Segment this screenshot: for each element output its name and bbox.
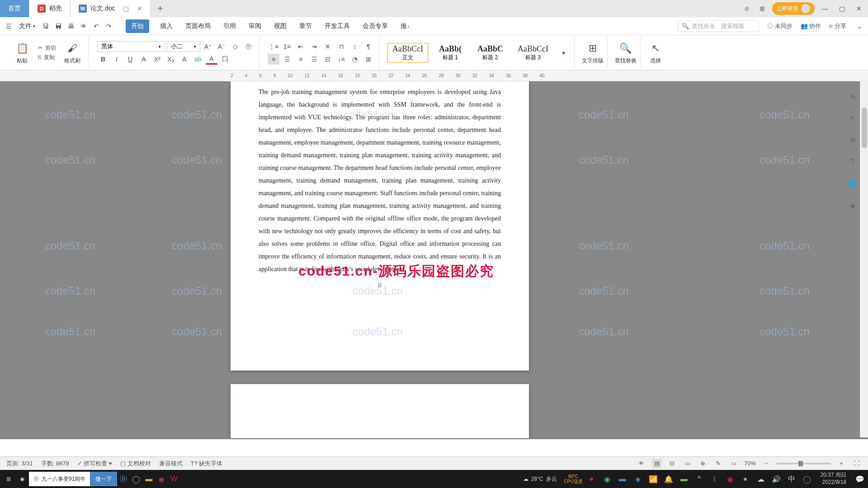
browser-icon[interactable]: ◯ [130, 473, 142, 485]
word-count[interactable]: 字数: 9878 [41, 460, 69, 468]
text-layout-icon[interactable]: ⊞ [585, 41, 600, 56]
tray-icon-3[interactable]: ▬ [616, 473, 629, 485]
vertical-scrollbar[interactable] [860, 80, 868, 437]
menu-tab-start[interactable]: 开始 [126, 19, 149, 33]
clock[interactable]: 20:37 周日 2022/9/18 [816, 472, 851, 486]
find-replace-icon[interactable]: 🔍 [618, 41, 633, 56]
paste-icon[interactable]: 📋 [14, 41, 30, 56]
reading-view-icon[interactable]: ▭ [683, 459, 693, 469]
tray-icon-9[interactable]: ◯ [801, 473, 813, 485]
maximize-button[interactable]: ▢ [836, 3, 847, 14]
increase-font-icon[interactable]: A⁺ [202, 41, 214, 52]
print-icon[interactable]: 🖶 [66, 21, 76, 31]
text-effects-button[interactable]: A [179, 54, 190, 65]
tray-expand-icon[interactable]: ^ [693, 473, 706, 485]
help-tool-icon[interactable]: ? [846, 155, 859, 168]
fit-width-icon[interactable]: ▭ [729, 459, 739, 469]
volume-icon[interactable]: 🔊 [770, 473, 783, 485]
tab-add-button[interactable]: + [151, 4, 169, 14]
cursor-tool-icon[interactable]: ↖ [846, 112, 859, 125]
highlight-button[interactable]: ab [192, 54, 204, 65]
increase-indent-button[interactable]: ⇥ [308, 41, 320, 52]
apps-icon[interactable]: ⊞ [757, 3, 768, 14]
tray-icon-2[interactable]: ◉ [601, 473, 613, 485]
edit-mode-icon[interactable]: ✎ [713, 459, 723, 469]
copy-button[interactable]: ⎘ 复制 [38, 54, 56, 61]
distribute-button[interactable]: ⊟ [322, 54, 334, 65]
print-preview-icon[interactable]: 👁 [79, 21, 89, 31]
page-indicator[interactable]: 页面: 3/31 [6, 460, 33, 468]
weather-widget[interactable]: ☁ 28°C 多云 [519, 470, 561, 488]
window-mode-icon[interactable]: ⎚ [741, 3, 752, 14]
menu-tab-member[interactable]: 会员专享 [361, 19, 390, 33]
minimize-button[interactable]: — [819, 3, 830, 14]
numbering-button[interactable]: 1≡ [281, 41, 293, 52]
underline-button[interactable]: U [124, 54, 136, 65]
save-as-icon[interactable]: 🖬 [53, 21, 63, 31]
eye-icon[interactable]: 👁 [637, 459, 646, 469]
zoom-thumb[interactable] [798, 461, 803, 466]
style-heading1[interactable]: AaBb( 标题 1 [433, 43, 468, 63]
zoom-level[interactable]: 70% [744, 460, 756, 467]
select-icon[interactable]: ↖ [648, 41, 663, 56]
command-search[interactable]: 🔍 查找命令、搜索模板 [678, 20, 759, 32]
close-button[interactable]: ✕ [854, 3, 864, 14]
tab-stop-button[interactable]: ⊓ [335, 41, 347, 52]
menu-tab-layout[interactable]: 页面布局 [184, 19, 212, 33]
ime-icon[interactable]: 中 [785, 473, 798, 485]
document-page[interactable]: The pre-job training management system f… [231, 81, 529, 371]
missing-font-button[interactable]: T? 缺失字体 [191, 460, 223, 468]
scrollbar-thumb[interactable] [862, 108, 867, 148]
explorer-icon[interactable]: ▬ [142, 473, 155, 485]
superscript-button[interactable]: X² [151, 54, 163, 65]
app-icon[interactable]: ◉ [155, 473, 168, 485]
translate-tool-icon[interactable]: 🌐 [846, 177, 859, 190]
sync-status[interactable]: ◇ 未同步 [767, 22, 793, 30]
bold-button[interactable]: B [97, 54, 109, 65]
bluetooth-icon[interactable]: ᛒ [708, 473, 721, 485]
sort-button[interactable]: ↕ [349, 41, 361, 52]
clear-format-icon[interactable]: ◇ [229, 41, 241, 52]
zoom-in-button[interactable]: + [836, 459, 846, 469]
menu-tab-review[interactable]: 审阅 [247, 19, 263, 33]
zoom-out-button[interactable]: − [761, 459, 771, 469]
format-painter-icon[interactable]: 🖌 [65, 41, 80, 56]
edge-icon[interactable]: ⓔ [117, 473, 130, 485]
copilot-icon[interactable]: ◉ [15, 470, 29, 488]
action-center-icon[interactable]: 💬 [854, 473, 866, 485]
location-tool-icon[interactable]: ◈ [846, 199, 859, 211]
save-icon[interactable]: 🖫 [41, 21, 51, 31]
outline-view-icon[interactable]: ⊟ [667, 459, 677, 469]
menu-icon[interactable]: ☰ [4, 21, 14, 31]
menu-tab-reference[interactable]: 引用 [222, 19, 238, 33]
show-marks-button[interactable]: ¶ [363, 41, 374, 52]
spellcheck-button[interactable]: ✓ 拼写检查 ▾ [77, 460, 112, 468]
align-center-button[interactable]: ☰ [281, 54, 293, 65]
tab-document[interactable]: W 论文.doc ▢ ✕ [71, 0, 151, 17]
cpu-temp[interactable]: 80°CCPU温度 [564, 474, 583, 484]
tray-icon-5[interactable]: 📶 [647, 473, 660, 485]
menu-tab-more[interactable]: 推› [399, 19, 411, 33]
document-page-next[interactable] [231, 384, 529, 438]
start-button[interactable]: ⊞ [2, 470, 15, 488]
cut-button[interactable]: ✂ 剪切 [38, 44, 56, 52]
tray-icon-7[interactable]: ◉ [724, 473, 736, 485]
line-spacing-button[interactable]: ↕≡ [335, 54, 347, 65]
tab-home[interactable]: 首页 [0, 0, 29, 17]
shading-button[interactable]: ◔ [349, 54, 361, 65]
text-direction-button[interactable]: ✕ [322, 41, 334, 52]
tray-icon-1[interactable]: ● [585, 473, 598, 485]
tray-icon-6[interactable]: ▬ [678, 473, 690, 485]
menu-tab-insert[interactable]: 插入 [158, 19, 175, 33]
font-color-button[interactable]: A [206, 54, 217, 65]
strikethrough-button[interactable]: A̶ [138, 54, 150, 65]
menu-tab-devtools[interactable]: 开发工具 [323, 19, 352, 33]
notification-icon[interactable]: 🔔 [662, 473, 675, 485]
tab-close-icon[interactable]: ✕ [137, 5, 142, 12]
page-view-icon[interactable]: ▤ [652, 459, 662, 469]
borders-button[interactable]: ⊞ [363, 54, 374, 65]
onedrive-icon[interactable]: ☁ [755, 473, 767, 485]
ruler[interactable]: 246810121416182022242628303234363840 [0, 70, 868, 81]
tray-icon-8[interactable]: ● [739, 473, 752, 485]
wps-icon[interactable]: W [168, 473, 180, 485]
